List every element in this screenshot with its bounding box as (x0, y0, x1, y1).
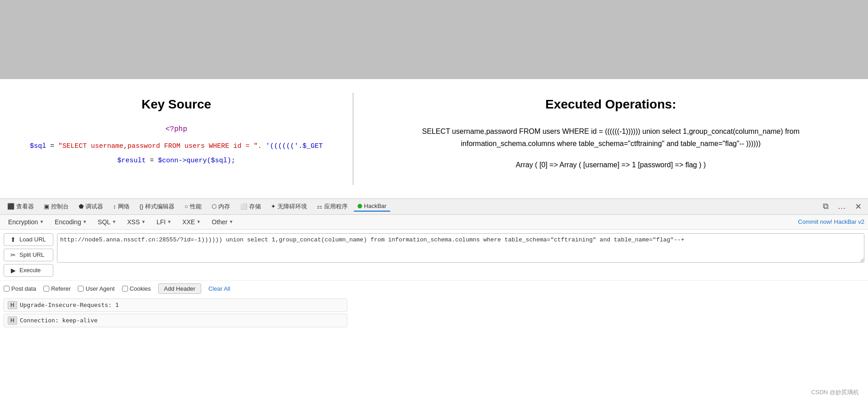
url-input-wrapper (57, 233, 864, 277)
main-content: Key Source <?php $sql = "SELECT username… (0, 79, 868, 198)
referer-checkbox-label[interactable]: Referer (43, 285, 71, 292)
user-agent-label: User Agent (85, 285, 114, 292)
post-data-checkbox-label[interactable]: Post data (4, 285, 36, 292)
encryption-menu[interactable]: Encryption ▼ (4, 217, 48, 227)
lfi-arrow: ▼ (167, 219, 171, 224)
header-row-2: H Connection: keep-alive (4, 314, 347, 327)
memory-icon: ⬡ (212, 203, 217, 210)
more-options-button[interactable]: … (835, 201, 849, 212)
style-editor-tab[interactable]: {} 样式编辑器 (136, 201, 179, 212)
xxe-arrow: ▼ (196, 219, 201, 224)
style-icon: {} (140, 203, 144, 210)
cookies-checkbox[interactable] (122, 286, 128, 292)
accessibility-icon: ✦ (271, 203, 276, 210)
accessibility-tab[interactable]: ✦ 无障碍环境 (267, 201, 311, 212)
key-source-title: Key Source (18, 97, 335, 112)
inspector-icon: ⬛ (7, 203, 14, 210)
header-badge-2: H (8, 316, 17, 325)
execute-label: Execute (19, 267, 41, 274)
hackbar-label: HackBar (364, 203, 387, 209)
performance-tab[interactable]: ○ 性能 (181, 201, 205, 212)
xss-arrow: ▼ (141, 219, 146, 224)
memory-label: 内存 (218, 203, 230, 211)
sql-menu[interactable]: SQL ▼ (93, 217, 121, 227)
url-input[interactable] (57, 233, 864, 263)
console-label: 控制台 (51, 203, 69, 211)
performance-icon: ○ (184, 203, 188, 210)
watermark-text: CSDN @妙尻璃机 (811, 389, 859, 396)
network-tab[interactable]: ↕ 网络 (109, 201, 133, 212)
console-icon: ▣ (44, 203, 49, 210)
debugger-icon: ⬟ (79, 203, 84, 210)
xxe-label: XXE (182, 218, 195, 226)
cookies-label: Cookies (130, 285, 151, 292)
result-func: $conn->query($sql); (158, 157, 236, 165)
post-data-label: Post data (11, 285, 36, 292)
encryption-arrow: ▼ (39, 219, 44, 224)
result-code-line: $result = $conn->query($sql); (18, 157, 335, 165)
encryption-label: Encryption (8, 218, 38, 226)
accessibility-label: 无障碍环境 (278, 203, 307, 211)
csdn-watermark: CSDN @妙尻璃机 (811, 388, 859, 396)
hackbar-tab[interactable]: HackBar (354, 201, 390, 212)
referer-label: Referer (51, 285, 71, 292)
network-label: 网络 (118, 203, 130, 211)
result-var: $result (117, 157, 146, 165)
split-url-button[interactable]: ✂ Split URL (4, 249, 53, 261)
style-label: 样式编辑器 (145, 203, 175, 211)
other-label: Other (212, 218, 227, 226)
executed-ops-panel: Executed Operations: SELECT username,pas… (354, 88, 868, 189)
commit-label: Commit now! HackBar v2 (798, 218, 864, 225)
load-url-label: Load URL (19, 236, 46, 243)
xss-label: XSS (127, 218, 140, 226)
execute-button[interactable]: ▶ Execute (4, 264, 53, 277)
execute-icon: ▶ (9, 267, 17, 274)
debugger-label: 调试器 (85, 203, 103, 211)
hackbar-dot (358, 204, 362, 208)
memory-tab[interactable]: ⬡ 内存 (208, 201, 234, 212)
load-url-button[interactable]: ⬆ Load URL (4, 233, 53, 246)
xxe-menu[interactable]: XXE ▼ (178, 217, 205, 227)
header-value-2: Connection: keep-alive (20, 317, 98, 324)
xss-menu[interactable]: XSS ▼ (123, 217, 150, 227)
sql-var: $sql (30, 142, 46, 150)
encoding-menu[interactable]: Encoding ▼ (50, 217, 91, 227)
network-icon: ↕ (113, 203, 116, 210)
new-window-button[interactable]: ⧉ (820, 201, 831, 212)
application-tab[interactable]: ⚏ 应用程序 (313, 201, 351, 212)
result-equals: = (150, 157, 158, 165)
add-header-label: Add Header (164, 285, 195, 292)
executed-ops-result: Array ( [0] => Array ( [username] => 1 [… (381, 159, 841, 171)
console-tab[interactable]: ▣ 控制台 (40, 201, 72, 212)
key-source-panel: Key Source <?php $sql = "SELECT username… (0, 88, 353, 189)
load-url-icon: ⬆ (9, 236, 17, 243)
user-agent-checkbox-label[interactable]: User Agent (78, 285, 114, 292)
storage-tab[interactable]: ⬜ 存储 (236, 201, 264, 212)
cookies-checkbox-label[interactable]: Cookies (122, 285, 151, 292)
php-open-tag: <?php (18, 125, 335, 133)
referer-checkbox[interactable] (43, 286, 49, 292)
inspector-tab[interactable]: ⬛ 查看器 (4, 201, 38, 212)
debugger-tab[interactable]: ⬟ 调试器 (75, 201, 107, 212)
hackbar-menu-row: Encryption ▼ Encoding ▼ SQL ▼ XSS ▼ LFI … (0, 215, 868, 230)
post-data-checkbox[interactable] (4, 286, 9, 292)
split-url-label: Split URL (19, 251, 44, 258)
performance-label: 性能 (190, 203, 202, 211)
executed-ops-query: SELECT username,password FROM users WHER… (381, 125, 841, 150)
split-url-icon: ✂ (9, 251, 17, 259)
executed-ops-title: Executed Operations: (381, 97, 841, 112)
lfi-label: LFI (156, 218, 165, 226)
clear-all-button[interactable]: Clear All (208, 285, 230, 292)
sql-arrow: ▼ (112, 219, 116, 224)
other-menu[interactable]: Other ▼ (207, 217, 238, 227)
sql-label: SQL (98, 218, 110, 226)
toolbar-right: ⧉ … ✕ (820, 201, 864, 212)
browser-chrome (0, 0, 868, 79)
user-agent-checkbox[interactable] (78, 286, 84, 292)
header-value-1: Upgrade-Insecure-Requests: 1 (20, 302, 119, 308)
add-header-button[interactable]: Add Header (158, 283, 201, 294)
lfi-menu[interactable]: LFI ▼ (152, 217, 176, 227)
header-row-1: H Upgrade-Insecure-Requests: 1 (4, 298, 347, 312)
close-devtools-button[interactable]: ✕ (852, 201, 864, 212)
other-arrow: ▼ (229, 219, 233, 224)
